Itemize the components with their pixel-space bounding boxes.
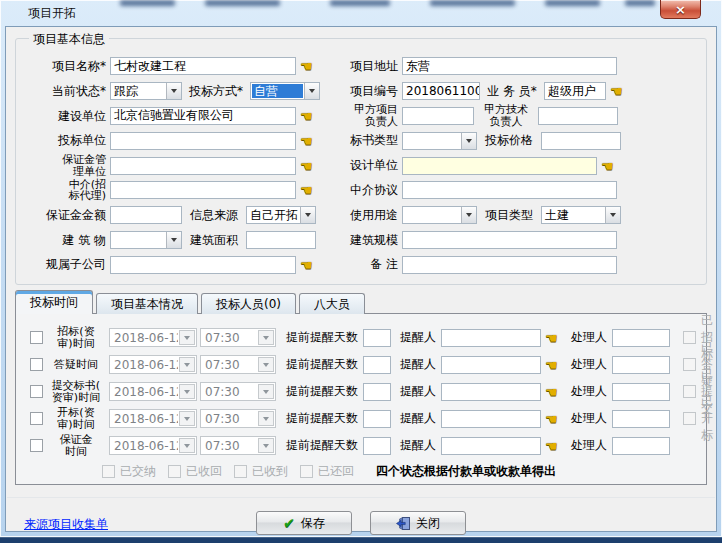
lookup-hand-icon[interactable]: ☚ (545, 439, 562, 453)
remind-days-input[interactable] (363, 383, 391, 401)
bid-time-panel: 招标(资 审)时间 2018-06-12 07:30 提前提醒天数 提醒人 ☚ … (15, 313, 707, 485)
chevron-down-icon (258, 411, 274, 426)
tab-bid-personnel[interactable]: 投标人员(0) (201, 293, 296, 314)
current-status-value: 跟踪 (111, 83, 166, 99)
row-enable-checkbox[interactable] (30, 439, 43, 452)
design-unit-input[interactable] (402, 157, 597, 175)
project-no-input[interactable]: 20180611001 (402, 82, 480, 100)
chevron-down-icon (179, 438, 195, 453)
construction-unit-input[interactable]: 北京信驰置业有限公司 (110, 107, 296, 125)
handler-input[interactable] (612, 410, 670, 428)
salesman-input[interactable]: 超级用户 (544, 82, 606, 100)
checkbox (300, 465, 313, 478)
project-type-select[interactable]: 土建 (541, 206, 621, 224)
schedule-row-deposit: 保证金 时间 2018-06-12 07:30 提前提醒天数 提醒人 ☚ 处理人 (16, 432, 706, 459)
lookup-hand-icon[interactable]: ☚ (545, 331, 562, 345)
lookup-hand-icon[interactable]: ☚ (300, 59, 317, 73)
deposit-amount-label: 保证金金额 (20, 209, 106, 222)
project-name-input[interactable]: 七村改建工程 (110, 57, 296, 75)
chevron-down-icon (258, 357, 274, 372)
lookup-hand-icon[interactable]: ☚ (545, 385, 562, 399)
handler-input[interactable] (612, 356, 670, 374)
payment-check-recovered: 已收回 (168, 463, 234, 480)
remind-days-input[interactable] (363, 356, 391, 374)
lookup-hand-icon[interactable]: ☚ (300, 159, 317, 173)
lookup-hand-icon[interactable]: ☚ (545, 358, 562, 372)
chevron-down-icon (258, 330, 274, 345)
deposit-amount-input[interactable] (110, 206, 182, 224)
titlebar-glass-reflection (120, 0, 175, 6)
time-picker: 07:30 (200, 355, 276, 374)
tab-project-basic[interactable]: 项目基本情况 (96, 293, 198, 314)
row-enable-checkbox[interactable] (30, 385, 43, 398)
agency-agreement-input[interactable] (402, 181, 617, 199)
project-address-input[interactable]: 东营 (402, 57, 617, 75)
chevron-down-icon (461, 133, 476, 149)
save-button[interactable]: ✔ 保存 (256, 511, 352, 535)
lookup-hand-icon[interactable]: ☚ (300, 134, 317, 148)
schedule-row-label: 开标(资 审)时间 (47, 407, 105, 429)
current-status-select[interactable]: 跟踪 (110, 82, 182, 100)
row-enable-checkbox[interactable] (30, 331, 43, 344)
handler-label: 处理人 (571, 437, 607, 454)
bid-unit-input[interactable] (110, 132, 296, 150)
lookup-hand-icon[interactable]: ☚ (601, 159, 618, 173)
row-enable-checkbox[interactable] (30, 358, 43, 371)
chevron-down-icon (166, 83, 181, 99)
remark-input[interactable] (402, 256, 617, 274)
time-picker: 07:30 (200, 436, 276, 455)
handler-label: 处理人 (571, 356, 607, 373)
close-dialog-button[interactable]: 关闭 (370, 511, 466, 535)
building-scale-input[interactable] (402, 231, 617, 249)
building-select[interactable] (110, 231, 182, 249)
reminder-label: 提醒人 (400, 383, 436, 400)
lookup-hand-icon[interactable]: ☚ (300, 183, 317, 197)
subsidiary-input[interactable] (110, 256, 296, 274)
row-enable-checkbox[interactable] (30, 412, 43, 425)
reminder-label: 提醒人 (400, 410, 436, 427)
lookup-hand-icon[interactable]: ☚ (300, 258, 317, 272)
construction-unit-value: 北京信驰置业有限公司 (114, 107, 234, 124)
usage-select[interactable] (402, 206, 477, 224)
lookup-hand-icon[interactable]: ☚ (610, 84, 627, 98)
agency-input[interactable] (110, 181, 296, 199)
reminder-input[interactable] (441, 329, 541, 347)
chevron-down-icon (179, 330, 195, 345)
tab-bid-time[interactable]: 投标时间 (15, 290, 93, 314)
reminder-input[interactable] (441, 410, 541, 428)
close-button[interactable]: × (660, 0, 701, 19)
bid-method-select[interactable]: 自营 (250, 82, 320, 100)
chevron-down-icon (179, 384, 195, 399)
chevron-down-icon (605, 207, 620, 223)
party-a-tech-input[interactable] (538, 107, 618, 125)
payment-check-paid: 已交纳 (102, 463, 168, 480)
subsidiary-label: 规属子公司 (20, 258, 106, 271)
handler-input[interactable] (612, 383, 670, 401)
tab-eight-members[interactable]: 八大员 (299, 293, 365, 314)
lookup-hand-icon[interactable]: ☚ (545, 412, 562, 426)
date-value: 2018-06-12 (110, 412, 178, 426)
remind-days-input[interactable] (363, 410, 391, 428)
deposit-mgmt-unit-input[interactable] (110, 157, 296, 175)
bid-price-input[interactable] (541, 132, 621, 150)
construction-unit-label: 建设单位 (20, 110, 106, 123)
reminder-input[interactable] (441, 437, 541, 455)
date-picker: 2018-06-12 (109, 328, 197, 347)
time-value: 07:30 (201, 439, 257, 453)
party-a-pm-input[interactable] (402, 107, 474, 125)
payment-check-label: 已交纳 (120, 463, 156, 480)
building-area-input[interactable] (246, 231, 316, 249)
lookup-hand-icon[interactable]: ☚ (300, 109, 317, 123)
remind-days-input[interactable] (363, 437, 391, 455)
handler-input[interactable] (612, 329, 670, 347)
footer-buttons: ✔ 保存 关闭 (6, 511, 716, 535)
date-value: 2018-06-12 (110, 385, 178, 399)
status-label: 已开标 (701, 393, 713, 444)
reminder-input[interactable] (441, 356, 541, 374)
info-source-select[interactable]: 自己开拓 (246, 206, 316, 224)
reminder-input[interactable] (441, 383, 541, 401)
bid-doc-type-select[interactable] (402, 132, 477, 150)
handler-input[interactable] (612, 437, 670, 455)
remind-days-input[interactable] (363, 329, 391, 347)
remind-days-label: 提前提醒天数 (286, 410, 358, 427)
